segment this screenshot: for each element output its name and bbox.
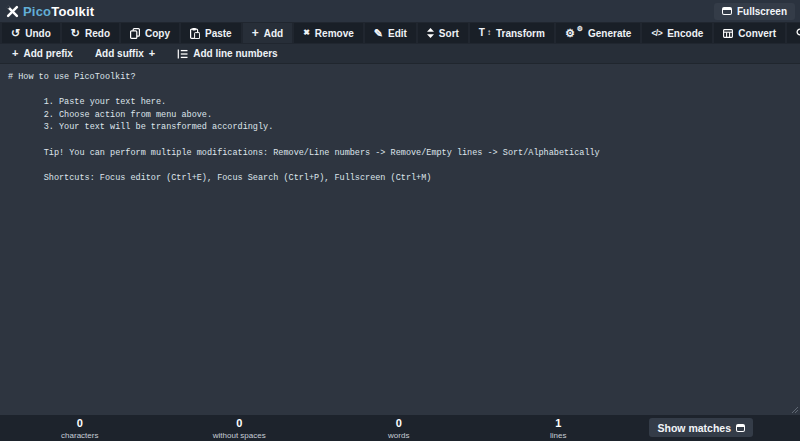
- app-logo[interactable]: PicoToolkit: [5, 4, 94, 19]
- extract-button[interactable]: Extract: [787, 23, 800, 43]
- add-suffix-button[interactable]: Add suffix +: [84, 44, 166, 63]
- transform-button[interactable]: T↕ Transform: [470, 23, 554, 43]
- crossed-tools-icon: [5, 4, 20, 19]
- add-button[interactable]: + Add: [243, 23, 292, 43]
- stat-words: 0 words: [319, 417, 479, 440]
- status-bar: 0 characters 0 without spaces 0 words 1 …: [0, 415, 800, 441]
- pencil-icon: ✎: [374, 28, 383, 39]
- gears-icon: ⚙: [565, 28, 575, 39]
- text-editor[interactable]: # How to use PicoToolkit? 1. Paste your …: [0, 64, 800, 415]
- copy-icon: [130, 28, 140, 39]
- resize-grip-icon[interactable]: [791, 406, 798, 413]
- editor-content[interactable]: # How to use PicoToolkit? 1. Paste your …: [8, 71, 792, 184]
- table-icon: [723, 29, 733, 38]
- plus-icon: +: [149, 48, 155, 59]
- sort-button[interactable]: Sort: [418, 23, 468, 43]
- undo-icon: ↺: [11, 28, 20, 39]
- text-height-icon: T: [479, 28, 485, 38]
- sort-icon: [427, 28, 434, 38]
- brand-name: PicoToolkit: [23, 4, 94, 19]
- convert-button[interactable]: Convert: [714, 23, 785, 43]
- redo-button[interactable]: ↻ Redo: [62, 23, 119, 43]
- window-icon: [736, 424, 745, 432]
- show-matches-label: Show matches: [657, 422, 731, 434]
- stat-lines: 1 lines: [479, 417, 639, 440]
- undo-button[interactable]: ↺ Undo: [2, 23, 60, 43]
- redo-icon: ↻: [71, 28, 80, 39]
- show-matches-button[interactable]: Show matches: [649, 418, 753, 437]
- stat-without-spaces: 0 without spaces: [160, 417, 320, 440]
- paste-button[interactable]: Paste: [181, 23, 241, 43]
- add-line-numbers-button[interactable]: Add line numbers: [166, 44, 288, 63]
- remove-button[interactable]: ✖ Remove: [294, 23, 363, 43]
- main-toolbar: ↺ Undo ↻ Redo Copy Paste + Add ✖ Remove …: [0, 22, 800, 44]
- add-submenu: + Add prefix Add suffix + Add line numbe…: [0, 44, 800, 64]
- list-ol-icon: [177, 49, 188, 59]
- fullscreen-label: Fullscreen: [737, 6, 787, 17]
- header: PicoToolkit Fullscreen: [0, 0, 800, 22]
- add-prefix-button[interactable]: + Add prefix: [1, 44, 84, 63]
- magnifier-icon: [796, 28, 800, 38]
- copy-button[interactable]: Copy: [121, 23, 179, 43]
- paste-icon: [190, 28, 200, 39]
- stat-characters: 0 characters: [0, 417, 160, 440]
- fullscreen-button[interactable]: Fullscreen: [714, 3, 795, 20]
- encode-button[interactable]: </> Encode: [642, 23, 712, 43]
- code-icon: </>: [651, 29, 662, 38]
- text-stats: 0 characters 0 without spaces 0 words 1 …: [0, 417, 638, 440]
- generate-button[interactable]: ⚙⚙ Generate: [556, 23, 641, 43]
- plus-icon: +: [12, 48, 18, 59]
- fullscreen-icon: [722, 7, 732, 15]
- x-icon: ✖: [303, 29, 310, 37]
- plus-icon: +: [252, 27, 259, 39]
- edit-button[interactable]: ✎ Edit: [365, 23, 416, 43]
